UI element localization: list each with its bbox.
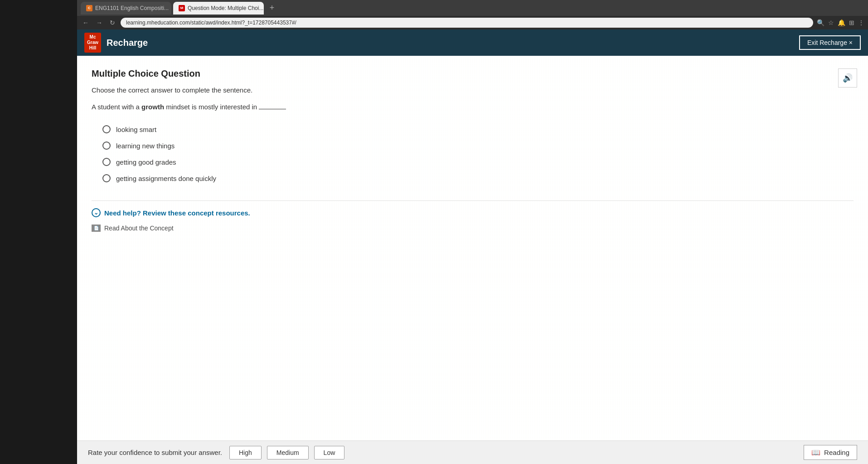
high-confidence-button[interactable]: High — [229, 446, 262, 459]
tab-bar: C ENG1101 English Compositi... × M Quest… — [77, 0, 868, 16]
url-input[interactable]: learning.mheducation.com/static/awd/inde… — [121, 18, 813, 28]
concept-toggle-label: Need help? Review these concept resource… — [104, 209, 250, 217]
grid-icon[interactable]: ⊞ — [849, 19, 854, 26]
tab-label-2: Question Mode: Multiple Choi... — [188, 5, 263, 11]
app-header: Mc Graw Hill Recharge Exit Recharge × — [77, 29, 868, 56]
question-text-bold: growth — [141, 103, 164, 111]
tab-favicon-eng: C — [86, 5, 92, 11]
mcgrawhill-logo: Mc Graw Hill — [84, 33, 101, 53]
option-label-1: looking smart — [116, 126, 156, 133]
concept-section: ⌄ Need help? Review these concept resour… — [92, 200, 853, 232]
tab-label-1: ENG1101 English Compositi... — [95, 5, 169, 11]
back-button[interactable]: ← — [81, 18, 91, 27]
question-type-label: Multiple Choice Question — [92, 68, 853, 79]
resource-label: Read About the Concept — [104, 225, 174, 232]
answer-blank — [259, 109, 286, 109]
add-tab-button[interactable]: + — [266, 2, 278, 15]
browser-icons: 🔍 ☆ 🔔 ⊞ ⋮ — [817, 19, 864, 26]
tab-question-mode[interactable]: M Question Mode: Multiple Choi... × — [173, 2, 264, 15]
question-text: A student with a growth mindset is mostl… — [92, 103, 853, 111]
bookmark-icon[interactable]: ☆ — [828, 19, 834, 26]
options-list: looking smart learning new things gettin… — [102, 125, 853, 182]
question-text-before: A student with a — [92, 103, 141, 111]
medium-confidence-button[interactable]: Medium — [267, 446, 309, 459]
logo-line3: Hill — [89, 45, 97, 50]
address-bar: ← → ↻ learning.mheducation.com/static/aw… — [77, 16, 868, 29]
document-icon: 📄 — [92, 225, 101, 232]
refresh-button[interactable]: ↻ — [108, 18, 117, 27]
confidence-label: Rate your confidence to submit your answ… — [88, 449, 222, 456]
radio-getting-good-grades[interactable] — [102, 158, 111, 166]
read-resource-item[interactable]: 📄 Read About the Concept — [92, 225, 853, 232]
option-label-3: getting good grades — [116, 158, 176, 166]
menu-icon[interactable]: ⋮ — [858, 19, 864, 26]
low-confidence-button[interactable]: Low — [314, 446, 345, 459]
notification-icon[interactable]: 🔔 — [838, 19, 845, 26]
tab-eng1101[interactable]: C ENG1101 English Compositi... × — [81, 2, 171, 15]
question-instruction: Choose the correct answer to complete th… — [92, 86, 853, 94]
radio-getting-assignments-done[interactable] — [102, 174, 111, 182]
reading-button[interactable]: 📖 Reading — [804, 445, 857, 460]
option-getting-good-grades[interactable]: getting good grades — [102, 158, 853, 166]
radio-learning-new-things[interactable] — [102, 142, 111, 150]
browser-chrome: C ENG1101 English Compositi... × M Quest… — [77, 0, 868, 29]
exit-recharge-button[interactable]: Exit Recharge × — [799, 35, 861, 50]
option-getting-assignments-done[interactable]: getting assignments done quickly — [102, 174, 853, 182]
option-learning-new-things[interactable]: learning new things — [102, 142, 853, 150]
forward-button[interactable]: → — [94, 18, 104, 27]
logo-line2: Graw — [87, 40, 98, 45]
reading-button-label: Reading — [824, 449, 849, 456]
audio-icon: 🔊 — [843, 73, 853, 83]
scan-overlay — [77, 56, 868, 440]
option-label-4: getting assignments done quickly — [116, 175, 216, 182]
option-looking-smart[interactable]: looking smart — [102, 125, 853, 133]
bottom-bar: Rate your confidence to submit your answ… — [77, 440, 868, 464]
radio-looking-smart[interactable] — [102, 125, 111, 133]
logo-line1: Mc — [90, 34, 96, 39]
search-icon[interactable]: 🔍 — [817, 19, 824, 26]
question-text-after: mindset is mostly interested in — [164, 103, 257, 111]
option-label-2: learning new things — [116, 142, 175, 150]
app-container: Mc Graw Hill Recharge Exit Recharge × 🔊 … — [77, 29, 868, 464]
audio-button[interactable]: 🔊 — [838, 68, 857, 88]
concept-toggle-button[interactable]: ⌄ Need help? Review these concept resour… — [92, 208, 853, 217]
chevron-down-icon: ⌄ — [92, 208, 101, 217]
app-title: Recharge — [107, 38, 148, 48]
tab-favicon-mh: M — [179, 5, 185, 11]
reading-icon: 📖 — [811, 448, 820, 457]
content-area: 🔊 Multiple Choice Question Choose the co… — [77, 56, 868, 440]
url-text: learning.mheducation.com/static/awd/inde… — [126, 20, 296, 26]
